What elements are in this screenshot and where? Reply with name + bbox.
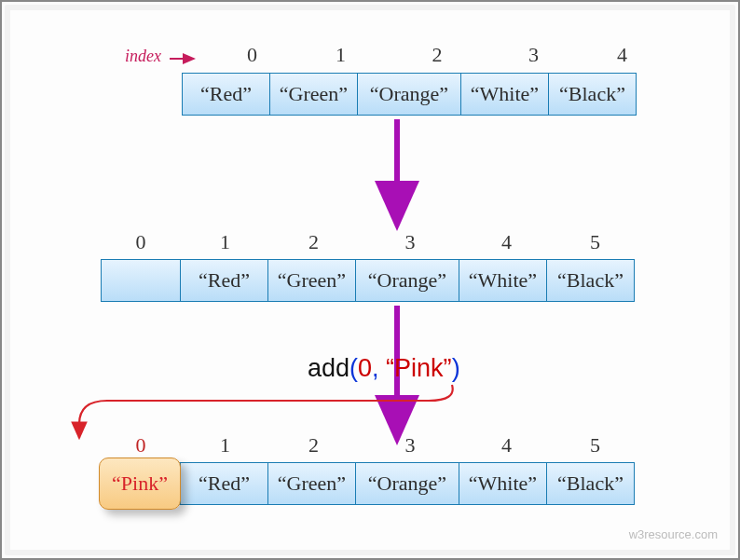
row3-cell-1: “Red”: [180, 462, 268, 505]
watermark: w3resource.com: [629, 527, 718, 541]
row3-idx-2: 2: [269, 433, 358, 458]
row3-cell-4: “White”: [459, 462, 547, 505]
row3-idx-3: 3: [358, 433, 462, 458]
inserted-cell-pink: “Pink”: [99, 458, 181, 510]
row3-idx-4: 4: [462, 433, 551, 458]
row3-indices: 0 1 2 3 4 5: [101, 433, 639, 458]
row3-idx-1: 1: [181, 433, 269, 458]
row3-idx-0: 0: [101, 433, 181, 458]
row3-cell-5: “Black”: [546, 462, 635, 505]
row3-idx-5: 5: [551, 433, 639, 458]
row3-cell-3: “Orange”: [355, 462, 459, 505]
row3-cell-2: “Green”: [267, 462, 356, 505]
